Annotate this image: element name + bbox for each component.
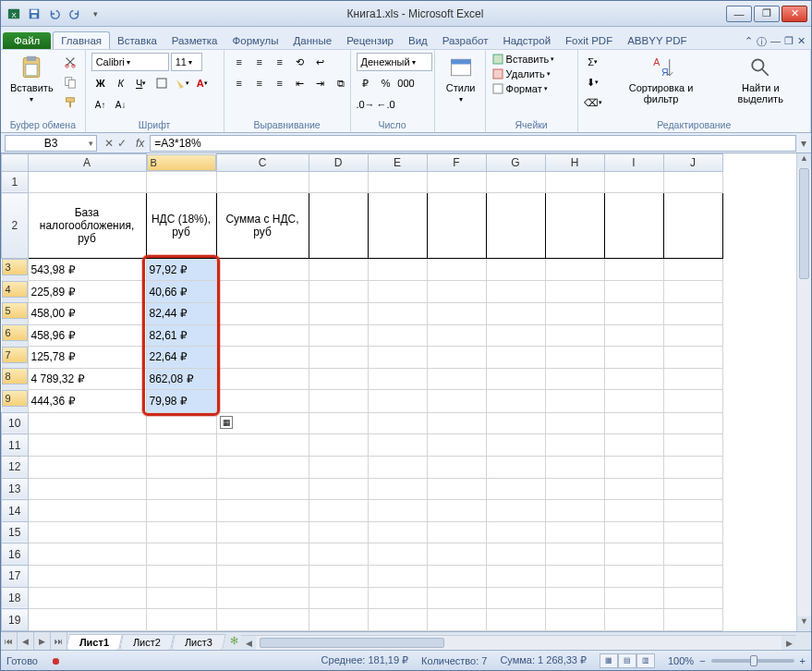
help-icon[interactable]: ⓘ [757,35,767,49]
cell-E17[interactable] [368,566,427,588]
macro-record-icon[interactable]: ⏺ [51,655,61,666]
fx-icon[interactable]: fx [130,137,150,150]
cell-G16[interactable] [486,543,545,566]
cell-I16[interactable] [604,543,663,566]
worksheet-grid[interactable]: ABCDEFGHIJ 12База налогообложения, рубНД… [1,153,811,631]
cell-B10[interactable] [146,412,216,434]
cell-I19[interactable] [604,609,663,631]
last-sheet-icon[interactable]: ⏭ [51,632,67,650]
name-box[interactable]: B3 [5,135,97,152]
cell-F7[interactable] [427,347,486,369]
row-header-1[interactable]: 1 [2,171,29,193]
tab-data[interactable]: Данные [286,32,340,49]
cell-B7[interactable]: 22,64 ₽ [146,347,216,369]
cell-F15[interactable] [427,521,486,543]
grow-font-icon[interactable]: A↑ [91,95,110,114]
cell-C13[interactable] [216,478,309,500]
cell-D6[interactable] [309,324,368,347]
cell-G18[interactable] [486,587,545,609]
align-bottom-icon[interactable]: ≡ [271,53,289,71]
cell-H1[interactable] [545,171,604,193]
decrease-indent-icon[interactable]: ⇤ [291,74,309,92]
scroll-up-icon[interactable]: ▲ [797,153,811,168]
styles-button[interactable]: Стили ▾ [441,53,481,105]
cell-I7[interactable] [604,347,663,369]
cell-H14[interactable] [545,500,604,522]
cell-A5[interactable]: 458,00 ₽ [28,302,146,324]
col-header-G[interactable]: G [486,154,545,172]
cell-I14[interactable] [604,500,663,522]
scroll-down-icon[interactable]: ▼ [797,616,811,631]
row-header-14[interactable]: 14 [2,500,29,522]
cell-B4[interactable]: 40,66 ₽ [146,281,216,303]
cell-A3[interactable]: 543,98 ₽ [28,259,146,281]
cell-I2[interactable] [604,193,663,259]
excel-icon[interactable]: X [5,5,23,23]
cell-D17[interactable] [309,566,368,588]
expand-formula-bar-icon[interactable]: ▾ [796,137,811,150]
minimize-button[interactable]: — [726,6,752,22]
cell-J13[interactable] [663,478,722,500]
autofill-options-icon[interactable]: ▦ [220,416,233,429]
page-layout-view-icon[interactable]: ▤ [618,653,636,668]
cell-F8[interactable] [427,368,486,390]
workbook-min-icon[interactable]: — [770,35,781,49]
cell-I6[interactable] [604,324,663,347]
cell-H19[interactable] [545,609,604,631]
cell-B18[interactable] [146,587,216,609]
cell-H16[interactable] [545,543,604,566]
format-painter-icon[interactable] [61,93,79,112]
cell-E19[interactable] [368,609,427,631]
cell-H18[interactable] [545,587,604,609]
row-header-5[interactable]: 5 [2,302,28,319]
cell-D19[interactable] [309,609,368,631]
sheet-tab-1[interactable]: Лист1 [66,634,123,650]
ribbon-minimize-icon[interactable]: ⌃ [745,35,753,49]
cell-A18[interactable] [28,587,146,609]
vertical-scrollbar[interactable]: ▲ ▼ [796,153,811,631]
cell-E14[interactable] [368,500,427,522]
cell-G2[interactable] [486,193,545,259]
cell-C2[interactable]: Сумма с НДС, руб [216,193,309,259]
cell-F13[interactable] [427,478,486,500]
row-header-12[interactable]: 12 [2,456,29,478]
cell-G8[interactable] [486,368,545,390]
cell-G6[interactable] [486,324,545,347]
cell-J3[interactable] [663,259,722,281]
sheet-tab-3[interactable]: Лист3 [171,634,226,650]
col-header-F[interactable]: F [427,154,486,172]
comma-icon[interactable]: 000 [397,74,416,92]
col-header-E[interactable]: E [368,154,427,172]
cell-J14[interactable] [663,500,722,522]
normal-view-icon[interactable]: ▦ [600,653,618,668]
cell-C18[interactable] [216,587,309,609]
scroll-left-icon[interactable]: ◀ [241,636,256,650]
cell-J1[interactable] [663,171,722,193]
cell-G14[interactable] [486,500,545,522]
italic-button[interactable]: К [112,74,130,92]
row-header-13[interactable]: 13 [2,478,29,500]
cell-E7[interactable] [368,347,427,369]
cell-F2[interactable] [427,193,486,259]
shrink-font-icon[interactable]: A↓ [112,95,130,114]
cell-F14[interactable] [427,500,486,522]
cell-F4[interactable] [427,281,486,303]
cell-F12[interactable] [427,456,486,478]
cell-C12[interactable] [216,456,309,478]
cell-H9[interactable] [545,390,604,412]
redo-icon[interactable] [66,5,84,23]
tab-addins[interactable]: Надстрой [495,32,558,49]
row-header-19[interactable]: 19 [2,609,29,631]
cell-F19[interactable] [427,609,486,631]
orientation-icon[interactable]: ⟲ [291,53,309,71]
col-header-J[interactable]: J [663,154,722,172]
cell-J15[interactable] [663,521,722,543]
cell-F1[interactable] [427,171,486,193]
col-header-I[interactable]: I [604,154,663,172]
row-header-18[interactable]: 18 [2,587,29,609]
cell-E1[interactable] [368,171,427,193]
cell-D5[interactable] [309,302,368,324]
row-header-7[interactable]: 7 [2,347,28,363]
align-left-icon[interactable]: ≡ [230,74,248,92]
cell-I4[interactable] [604,281,663,303]
